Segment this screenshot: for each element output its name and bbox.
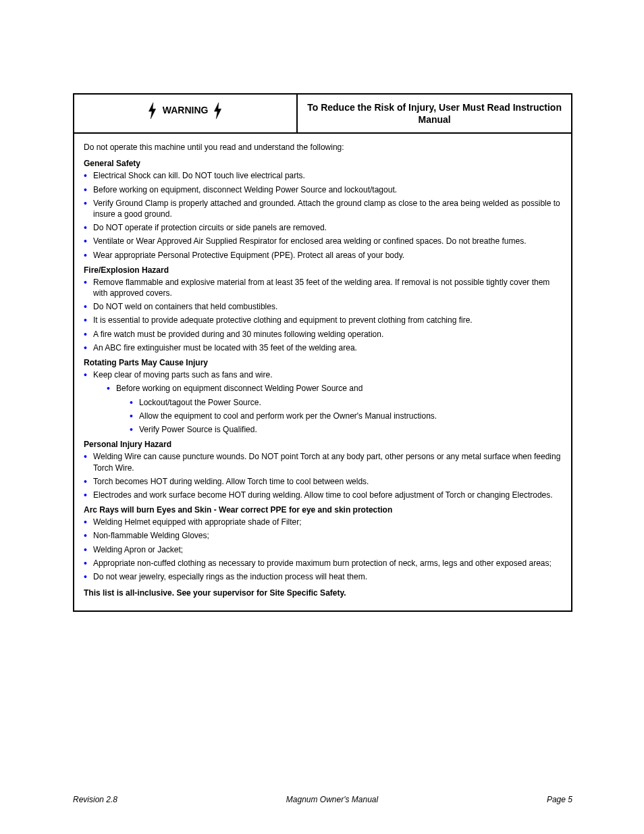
list-item: Before working on equipment disconnect W… — [107, 383, 562, 435]
rotating-list: Keep clear of moving parts such as fans … — [84, 369, 562, 435]
list-item: Do NOT weld on containers that held comb… — [84, 301, 562, 312]
section-title-fire: Fire/Explosion Hazard — [84, 265, 562, 276]
section-title-rotating: Rotating Parts May Cause Injury — [84, 357, 562, 368]
list-item: Remove flammable and explosive material … — [84, 277, 562, 298]
fire-list: Remove flammable and explosive material … — [84, 277, 562, 353]
lightning-bolt-icon — [211, 101, 225, 120]
safety-table: WARNING To Reduce the Risk of Injury, Us… — [73, 93, 572, 612]
closing-text: This list is all-inclusive. See your sup… — [84, 588, 562, 598]
list-item: Verify Ground Clamp is properly attached… — [84, 198, 562, 219]
list-item: Welding Helmet equipped with appropriate… — [84, 517, 562, 527]
general-list: Electrical Shock can kill. Do NOT touch … — [84, 170, 562, 260]
list-item: Electrical Shock can kill. Do NOT touch … — [84, 170, 562, 181]
footer-revision: Revision 2.8 — [73, 795, 117, 804]
instruction-header-cell: To Reduce the Risk of Injury, User Must … — [298, 95, 571, 132]
list-item: Verify Power Source is Qualified. — [130, 424, 562, 435]
list-item: It is essential to provide adequate prot… — [84, 315, 562, 325]
list-item: Electrodes and work surface become HOT d… — [84, 490, 562, 500]
footer-page: Page 5 — [547, 795, 572, 804]
injury-list: Welding Wire can cause puncture wounds. … — [84, 451, 562, 500]
section-title-ppe: Arc Rays will burn Eyes and Skin - Wear … — [84, 504, 562, 515]
list-item-text: Before working on equipment disconnect W… — [116, 384, 363, 393]
warning-label: WARNING — [163, 105, 209, 115]
list-item: Before working on equipment, disconnect … — [84, 184, 562, 195]
list-item: Allow the equipment to cool and perform … — [130, 411, 562, 421]
list-item: Do NOT operate if protection circuits or… — [84, 222, 562, 233]
list-item: A fire watch must be provided during and… — [84, 329, 562, 340]
warning-header-cell: WARNING — [74, 95, 298, 132]
table-header: WARNING To Reduce the Risk of Injury, Us… — [74, 95, 571, 134]
list-item: Ventilate or Wear Approved Air Supplied … — [84, 236, 562, 246]
list-item: Appropriate non-cuffed clothing as neces… — [84, 558, 562, 569]
rotating-nested-list: Before working on equipment disconnect W… — [107, 383, 562, 435]
lightning-bolt-icon — [146, 101, 159, 120]
safety-body: Do not operate this machine until you re… — [74, 134, 571, 610]
list-item-text: Keep clear of moving parts such as fans … — [93, 370, 272, 380]
rotating-nested2-list: Lockout/tagout the Power Source. Allow t… — [130, 397, 562, 436]
instruction-label: To Reduce the Risk of Injury, User Must … — [307, 102, 562, 125]
list-item: Keep clear of moving parts such as fans … — [84, 369, 562, 435]
list-item: Torch becomes HOT during welding. Allow … — [84, 476, 562, 487]
section-title-general: General Safety — [84, 158, 562, 169]
list-item: Do not wear jewelry, especially rings as… — [84, 571, 562, 582]
list-item: Non-flammable Welding Gloves; — [84, 530, 562, 541]
list-item: Welding Wire can cause puncture wounds. … — [84, 451, 562, 473]
list-item: An ABC fire extinguisher must be located… — [84, 342, 562, 353]
list-item: Welding Apron or Jacket; — [84, 544, 562, 555]
list-item: Lockout/tagout the Power Source. — [130, 397, 562, 408]
footer-title: Magnum Owner's Manual — [286, 795, 378, 804]
page-footer: Revision 2.8 Magnum Owner's Manual Page … — [73, 795, 572, 804]
section-title-injury: Personal Injury Hazard — [84, 439, 562, 450]
list-item: Wear appropriate Personal Protective Equ… — [84, 250, 562, 261]
ppe-list: Welding Helmet equipped with appropriate… — [84, 517, 562, 582]
intro-text: Do not operate this machine until you re… — [84, 142, 562, 153]
